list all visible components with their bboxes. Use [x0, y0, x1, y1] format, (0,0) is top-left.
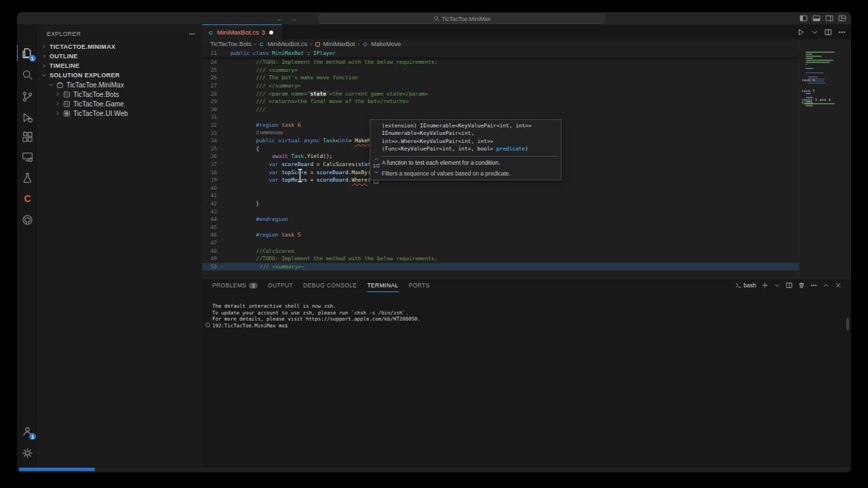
code-line-28[interactable]: 28/// <param name="state">the current ga…	[202, 89, 799, 98]
minimap-line	[806, 64, 807, 65]
code-line-29[interactable]: 29/// <returns>the final move of the bot…	[202, 98, 799, 106]
breadcrumb-separator: ›	[310, 41, 312, 47]
breadcrumb[interactable]: TicTacToe.Bots›CMiniMaxBot.cs›MiniMaxBot…	[202, 39, 851, 49]
run-icon[interactable]	[797, 28, 805, 36]
chevron-down-icon	[48, 82, 54, 87]
split-editor-icon[interactable]	[825, 28, 832, 36]
panel-left-icon[interactable]	[800, 14, 808, 22]
code-line-48[interactable]: 48//CalcScores	[202, 247, 799, 255]
breadcrumb-item[interactable]: MiniMaxBot	[323, 41, 355, 47]
code-line-24[interactable]: 24//TODO: Implement the method with the …	[202, 58, 799, 66]
line-number: 43	[202, 209, 220, 215]
activity-item-run-and-debug[interactable]	[19, 109, 35, 125]
panel-tab-output[interactable]: OUTPUT	[268, 279, 293, 292]
tab-minimaxbot[interactable]: C MiniMaxBot.cs 3	[202, 24, 282, 39]
panel-tab-ports[interactable]: PORTS	[409, 279, 430, 292]
method-icon	[362, 41, 368, 47]
fold-chevron-icon[interactable]: ›	[220, 264, 223, 269]
code-line-49[interactable]: 49//TODO: Implement the method with the …	[202, 255, 799, 263]
section-label: TIMELINE	[50, 62, 79, 69]
activity-item-remote-explorer[interactable]	[19, 148, 35, 165]
csharp-file-icon: C	[208, 29, 214, 36]
code-line-46[interactable]: 46#region task 5	[202, 231, 799, 239]
command-center[interactable]: TicTacToe.MiniMax	[319, 14, 605, 24]
panel-bottom-icon[interactable]	[812, 14, 821, 22]
panel-right-icon[interactable]	[825, 14, 833, 22]
code-line-50[interactable]: 50›/// <summary>~	[202, 263, 799, 271]
minimap-line	[806, 60, 833, 61]
ellipsis-icon[interactable]	[810, 282, 817, 289]
code-text: public virtual async Task<int> MakeM	[231, 138, 371, 144]
arrow-right-icon[interactable]: →	[290, 15, 296, 22]
tree-item-tictactoe-game[interactable]: TicTacToe.Game	[37, 99, 202, 108]
tree-item-tictactoe-ui-web[interactable]: TicTacToe.UI.Web	[37, 108, 202, 118]
chevron-down-icon[interactable]	[374, 169, 379, 175]
plus-icon[interactable]	[762, 282, 768, 289]
activity-item-search[interactable]	[19, 66, 35, 83]
ellipsis-icon[interactable]	[189, 30, 195, 37]
chevron-up-icon[interactable]	[374, 157, 379, 162]
github-icon	[22, 214, 33, 226]
split-editor-icon[interactable]	[786, 282, 793, 289]
code-line-25[interactable]: 25/// <summary>	[202, 66, 799, 75]
panel-tab-debug-console[interactable]: DEBUG CONSOLE	[303, 279, 357, 292]
code-line-43[interactable]: 43	[202, 207, 799, 216]
ellipsis-icon[interactable]	[838, 28, 846, 36]
breadcrumb-item[interactable]: MiniMaxBot.cs	[267, 41, 307, 47]
activity-item-settings[interactable]	[19, 445, 35, 461]
svg-text:C: C	[209, 30, 213, 36]
minimap[interactable]: task 6task 5tasks 3 and 4Task3	[799, 39, 846, 278]
tree-item-tictactoe-bots[interactable]: TicTacToe.Bots	[37, 89, 202, 99]
chevron-down-icon[interactable]	[774, 282, 781, 289]
close-icon[interactable]	[835, 282, 842, 289]
activity-item-github[interactable]	[19, 211, 35, 228]
panel-tab-terminal[interactable]: TERMINAL	[367, 279, 398, 292]
terminal-output[interactable]: The default interactive shell is now zsh…	[212, 303, 837, 329]
code-line-42[interactable]: 42}	[202, 200, 799, 208]
code-line-27[interactable]: 27/// </summary>	[202, 82, 799, 90]
active-shell[interactable]: bash	[735, 282, 756, 289]
activity-item-extensions[interactable]	[19, 129, 35, 145]
line-number: 46	[202, 232, 220, 238]
line-number: 34	[202, 138, 220, 144]
code-line-47[interactable]: 47	[202, 239, 799, 247]
solution-icon	[56, 81, 64, 89]
code-line-40[interactable]: 40	[202, 184, 799, 192]
sidebar-section-outline[interactable]: OUTLINE	[37, 52, 202, 61]
panel-tab-problems[interactable]: PROBLEMS3	[212, 279, 258, 292]
activity-item-explorer[interactable]: 1	[17, 45, 35, 61]
activity-item-source-control[interactable]	[19, 88, 35, 104]
line-number: 41	[202, 192, 220, 199]
sidebar-section-tictactoe-minimax[interactable]: TICTACTOE.MINIMAX	[37, 42, 202, 52]
code-line-30[interactable]: 30///	[202, 106, 799, 114]
activity-item-csharp-extension[interactable]: C	[19, 190, 35, 207]
breadcrumb-item[interactable]: TicTacToe.Bots	[210, 41, 252, 47]
trash-icon[interactable]	[798, 282, 805, 289]
code-text: }	[231, 201, 259, 207]
remote-indicator[interactable]	[19, 468, 95, 471]
code-line-45[interactable]: 45	[202, 224, 799, 232]
screen: ←→ TicTacToe.MiniMax 1C1 EXPLORER TICTAC…	[0, 0, 868, 488]
breadcrumb-item[interactable]: MakeMove	[371, 41, 401, 47]
line-number: 48	[202, 248, 220, 254]
tree-item-tictactoe-minimax[interactable]: TicTacToe.MiniMax	[37, 80, 202, 89]
sidebar-section-timeline[interactable]: TIMELINE	[37, 61, 202, 70]
code-line-44[interactable]: 44#endregion	[202, 216, 799, 224]
svg-text:C: C	[260, 41, 264, 47]
chevron-up-icon[interactable]	[823, 282, 829, 289]
layout-icon[interactable]	[838, 14, 846, 22]
panel-tabs: PROBLEMS3OUTPUTDEBUG CONSOLETERMINALPORT…	[212, 279, 430, 292]
signature-index: 1/2	[373, 163, 380, 169]
activity-item-accounts[interactable]: 1	[19, 423, 35, 439]
code-line-26[interactable]: 26/// The bot's make move function	[202, 74, 799, 82]
terminal-line: For more details, please visit https://s…	[212, 316, 837, 323]
activity-item-testing[interactable]	[19, 169, 35, 186]
terminal-scrollbar[interactable]	[846, 318, 849, 330]
sidebar-section-solution-explorer[interactable]: SOLUTION EXPLORER	[37, 70, 202, 80]
arrow-left-icon[interactable]: ←	[277, 15, 283, 22]
codelens-references[interactable]: 2 references	[256, 130, 283, 135]
code-line-41[interactable]: 41	[202, 192, 799, 200]
chevron-down-icon[interactable]	[811, 28, 818, 36]
line-number: 40	[202, 185, 220, 191]
line-number: 32	[202, 122, 220, 128]
